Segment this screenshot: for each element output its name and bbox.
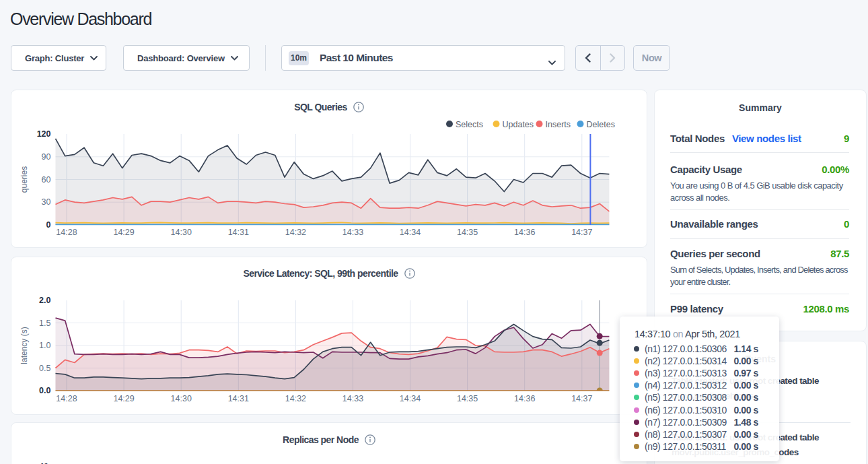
svg-text:14:31: 14:31 (228, 394, 249, 403)
svg-text:14:29: 14:29 (113, 394, 134, 403)
svg-text:2.0: 2.0 (39, 296, 50, 305)
svg-text:1.0: 1.0 (39, 341, 50, 350)
svg-text:0: 0 (46, 220, 51, 230)
svg-text:14:28: 14:28 (56, 394, 77, 403)
svg-text:Inserts: Inserts (546, 120, 571, 129)
svg-text:0.0: 0.0 (39, 386, 50, 395)
svg-text:Updates: Updates (503, 120, 534, 129)
svg-text:14:36: 14:36 (514, 228, 535, 237)
svg-text:14:37: 14:37 (571, 228, 592, 237)
svg-text:30: 30 (42, 197, 51, 207)
svg-text:14:31: 14:31 (228, 228, 249, 237)
svg-text:14:37: 14:37 (571, 394, 592, 403)
svg-text:Selects: Selects (456, 120, 483, 129)
svg-text:Deletes: Deletes (587, 120, 615, 129)
svg-text:14:33: 14:33 (342, 228, 363, 237)
svg-text:14:34: 14:34 (400, 394, 421, 403)
svg-text:14:30: 14:30 (171, 228, 192, 237)
svg-text:1.5: 1.5 (39, 319, 50, 328)
svg-text:14:32: 14:32 (285, 228, 306, 237)
svg-text:14:29: 14:29 (113, 228, 134, 237)
svg-text:14:32: 14:32 (285, 394, 306, 403)
svg-text:latency (s): latency (s) (20, 327, 29, 364)
svg-text:60: 60 (42, 175, 51, 185)
svg-text:14:36: 14:36 (514, 394, 535, 403)
svg-text:120: 120 (37, 129, 51, 139)
svg-text:14:33: 14:33 (342, 394, 363, 403)
svg-text:0.5: 0.5 (39, 364, 50, 373)
svg-text:90: 90 (42, 152, 51, 162)
svg-text:14:28: 14:28 (56, 228, 77, 237)
svg-text:14:35: 14:35 (457, 228, 478, 237)
svg-text:queries: queries (20, 166, 29, 193)
svg-text:14:34: 14:34 (400, 228, 421, 237)
svg-text:14:35: 14:35 (457, 394, 478, 403)
svg-text:14:30: 14:30 (171, 394, 192, 403)
